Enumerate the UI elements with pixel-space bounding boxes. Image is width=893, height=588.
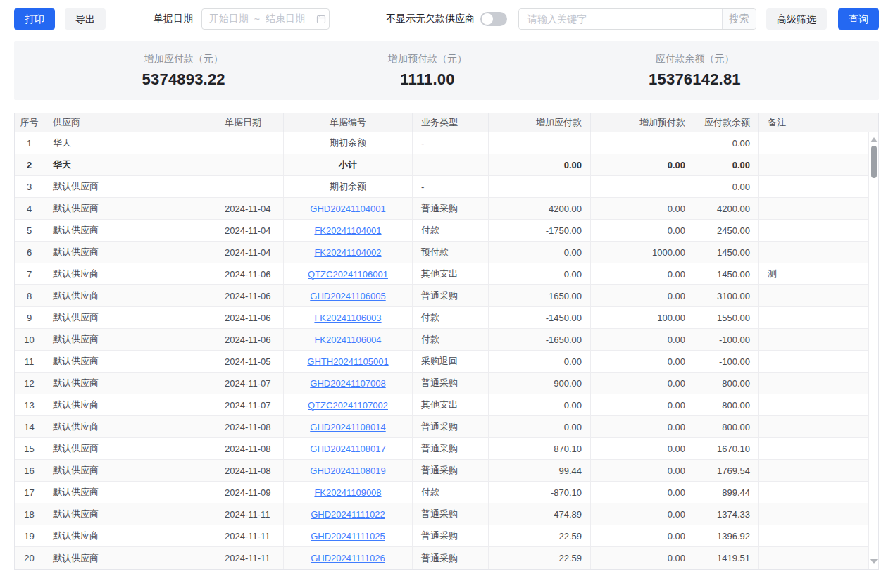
doc-link[interactable]: FK20241106004	[314, 334, 381, 345]
cell-prepaid: 0.00	[591, 416, 694, 437]
cell-no: 20	[15, 547, 44, 569]
cell-biz-type: 付款	[413, 307, 489, 328]
cell-payable: 4200.00	[489, 198, 591, 219]
cell-balance: 800.00	[694, 394, 759, 415]
cell-prepaid: 0.00	[591, 482, 694, 503]
search-button[interactable]: 搜索	[722, 9, 756, 29]
cell-date: 2024-11-11	[216, 547, 284, 569]
cell-date: 2024-11-08	[216, 416, 284, 437]
cell-doc-no: GHD20241108017	[284, 438, 413, 459]
cell-date: 2024-11-07	[216, 373, 284, 394]
cell-biz-type: 普通采购	[413, 285, 489, 306]
doc-link[interactable]: GHD20241108019	[310, 465, 385, 476]
toggle-knob	[482, 13, 493, 25]
cell-date	[216, 176, 284, 197]
cell-no: 13	[15, 394, 44, 415]
cell-doc-no: FK20241104002	[284, 242, 413, 263]
cell-prepaid	[591, 176, 694, 197]
doc-link[interactable]: GHD20241107008	[310, 378, 385, 389]
cell-payable: 0.00	[489, 263, 591, 284]
cell-prepaid: 0.00	[591, 373, 694, 394]
cell-payable	[489, 176, 591, 197]
print-button[interactable]: 打印	[14, 8, 55, 30]
cell-payable: -1650.00	[489, 329, 591, 350]
scroll-down-icon[interactable]	[870, 559, 878, 564]
cell-payable: 0.00	[489, 394, 591, 415]
cell-supplier: 默认供应商	[44, 416, 216, 437]
hide-no-debt-toggle[interactable]	[480, 12, 507, 26]
doc-link[interactable]: FK20241104001	[314, 225, 381, 236]
cell-remark: 测	[759, 263, 868, 284]
table-row: 4默认供应商2024-11-04GHD20241104001普通采购4200.0…	[15, 198, 868, 220]
table-header-row: 序号供应商单据日期单据编号业务类型增加应付款增加预付款应付款余额备注	[15, 113, 868, 132]
date-range-input[interactable]: 开始日期 ~ 结束日期	[201, 8, 330, 30]
cell-balance: 1419.51	[694, 547, 759, 569]
keyword-input[interactable]	[519, 9, 722, 29]
cell-payable: 0.00	[489, 154, 591, 175]
cell-no: 14	[15, 416, 44, 437]
table-row: 3默认供应商期初余额-0.00	[15, 176, 868, 198]
cell-prepaid: 0.00	[591, 503, 694, 525]
scrollbar-thumb[interactable]	[871, 146, 877, 178]
cell-payable: -870.10	[489, 482, 591, 503]
query-button[interactable]: 查询	[838, 8, 879, 30]
cell-remark	[759, 373, 868, 394]
doc-link[interactable]: GHD20241111026	[311, 553, 385, 563]
cell-doc-no: GHD20241111025	[284, 525, 413, 546]
cell-biz-type: 普通采购	[413, 525, 489, 546]
cell-payable: 22.59	[489, 547, 591, 569]
cell-doc-no: FK20241104001	[284, 220, 413, 241]
scroll-up-icon[interactable]	[870, 137, 878, 142]
cell-date: 2024-11-04	[216, 242, 284, 263]
doc-link[interactable]: GHD20241111025	[311, 531, 385, 542]
cell-doc-no: FK20241106004	[284, 329, 413, 350]
cell-prepaid: 0.00	[591, 329, 694, 350]
vertical-scrollbar[interactable]	[868, 113, 878, 569]
doc-link[interactable]: QTZC20241107002	[308, 400, 388, 411]
doc-link[interactable]: GHD20241104001	[310, 204, 385, 214]
advanced-filter-button[interactable]: 高级筛选	[766, 8, 827, 30]
doc-link[interactable]: GHD20241111022	[311, 509, 385, 520]
doc-link[interactable]: FK20241109008	[314, 487, 381, 498]
stat-value: 15376142.81	[649, 70, 741, 89]
doc-link[interactable]: GHD20241108014	[310, 422, 385, 432]
cell-prepaid: 0.00	[591, 460, 694, 481]
table-row: 15默认供应商2024-11-08GHD20241108017普通采购870.1…	[15, 438, 868, 460]
cell-payable: 870.10	[489, 438, 591, 459]
cell-remark	[759, 438, 868, 459]
summary-bar: 增加应付款（元） 5374893.22 增加预付款（元） 1111.00 应付款…	[14, 41, 879, 100]
cell-biz-type: 普通采购	[413, 460, 489, 481]
cell-payable: 99.44	[489, 460, 591, 481]
doc-link[interactable]: QTZC20241106001	[308, 269, 388, 280]
table-row: 6默认供应商2024-11-04FK20241104002预付款0.001000…	[15, 242, 868, 263]
cell-remark	[759, 329, 868, 350]
cell-prepaid: 0.00	[591, 198, 694, 219]
cell-no: 17	[15, 482, 44, 503]
cell-balance: 899.44	[694, 482, 759, 503]
doc-link[interactable]: GHD20241108017	[310, 444, 385, 454]
doc-link[interactable]: FK20241104002	[314, 247, 381, 258]
cell-supplier: 默认供应商	[44, 176, 216, 197]
cell-remark	[759, 307, 868, 328]
cell-doc-no: 期初余额	[284, 132, 413, 154]
cell-doc-no: GHD20241108019	[284, 460, 413, 481]
cell-prepaid	[591, 132, 694, 154]
doc-link[interactable]: GHD20241106005	[310, 291, 385, 301]
cell-no: 9	[15, 307, 44, 328]
cell-date	[216, 132, 284, 154]
cell-prepaid: 0.00	[591, 263, 694, 284]
cell-no: 1	[15, 132, 44, 154]
date-end-placeholder: 结束日期	[261, 13, 309, 25]
export-button[interactable]: 导出	[65, 8, 106, 30]
cell-payable: 474.89	[489, 503, 591, 525]
cell-remark	[759, 176, 868, 197]
cell-doc-no: QTZC20241106001	[284, 263, 413, 284]
cell-prepaid: 0.00	[591, 394, 694, 415]
cell-payable: -1450.00	[489, 307, 591, 328]
stat-payable-balance: 应付款余额（元） 15376142.81	[649, 53, 741, 89]
cell-biz-type: 预付款	[413, 242, 489, 263]
cell-remark	[759, 547, 868, 569]
doc-link[interactable]: FK20241106003	[314, 313, 381, 323]
cell-payable	[489, 132, 591, 154]
doc-link[interactable]: GHTH20241105001	[307, 356, 388, 367]
